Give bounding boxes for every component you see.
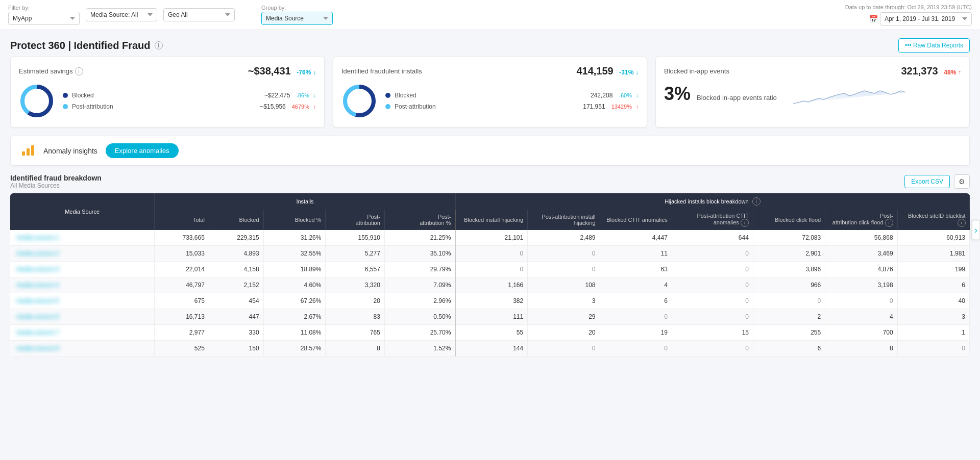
- data-cell: 3: [528, 293, 600, 309]
- data-cell: 21,101: [455, 230, 527, 246]
- data-cell: 0: [753, 293, 825, 309]
- data-cell: 32.55%: [263, 246, 326, 262]
- data-cell: 0: [672, 246, 753, 262]
- savings-info-icon[interactable]: i: [75, 67, 83, 75]
- data-cell: 31.26%: [263, 230, 326, 246]
- media-source-cell[interactable]: media-source-7: [10, 325, 155, 341]
- summary-cards: Estimated savings i ~$38,431 -76% ↓: [0, 57, 980, 136]
- date-range-select[interactable]: Apr 1, 2019 - Jul 31, 2019: [880, 12, 972, 25]
- data-cell: 29: [528, 309, 600, 325]
- group-by-select[interactable]: Media Source: [261, 12, 333, 25]
- table-row: media-source-215,0334,89332.55%5,27735.1…: [10, 246, 970, 262]
- data-cell: 2,901: [753, 246, 825, 262]
- data-cell: 382: [455, 293, 527, 309]
- media-source-cell[interactable]: media-source-4: [10, 277, 155, 293]
- data-cell: 72,083: [753, 230, 825, 246]
- sidebar-toggle[interactable]: ›: [972, 220, 980, 240]
- blocked-ratio-label: Blocked in-app events ratio: [697, 94, 777, 101]
- blocked-total: 321,373 48% ↑: [901, 65, 961, 77]
- col-postattr-ctit: Post-attribution CTIT anomalies i: [672, 210, 753, 230]
- col-media-source: Media Source: [10, 193, 155, 230]
- data-cell: 330: [209, 325, 263, 341]
- data-cell: 0: [825, 293, 897, 309]
- breakdown-titles: Identified fraud breakdown All Media Sou…: [10, 174, 102, 189]
- data-cell: 6,557: [326, 262, 384, 277]
- media-source-cell[interactable]: media-source-8: [10, 341, 155, 356]
- group-by-label: Group by:: [261, 5, 333, 11]
- fraud-total: 414,159 -31% ↓: [576, 65, 639, 77]
- sparkline-container: [793, 83, 961, 110]
- fraud-postattr-arrow-up: ↑: [636, 104, 639, 110]
- ctit-info-icon[interactable]: i: [741, 219, 749, 227]
- table-row: media-source-616,7134472.67%830.50%11129…: [10, 309, 970, 325]
- col-post-attribution: Post-attribution: [326, 210, 384, 230]
- data-cell: 4: [825, 309, 897, 325]
- data-cell: 18.89%: [263, 262, 326, 277]
- data-cell: 5,277: [326, 246, 384, 262]
- hijacked-info-icon[interactable]: i: [752, 197, 761, 206]
- media-source-cell[interactable]: media-source-6: [10, 309, 155, 325]
- table-row: media-source-567545467.26%202.96%3823600…: [10, 293, 970, 309]
- data-cell: 255: [753, 325, 825, 341]
- data-cell: 11: [600, 246, 672, 262]
- data-cell: 0.50%: [384, 309, 455, 325]
- data-cell: 55: [455, 325, 527, 341]
- data-up-to-date: Data up to date through: Oct 29, 2019 23…: [845, 4, 972, 10]
- data-cell: 0: [455, 246, 527, 262]
- breakdown-title: Identified fraud breakdown: [10, 174, 102, 182]
- data-cell: 4: [600, 277, 672, 293]
- data-cell: 22,014: [155, 262, 209, 277]
- col-group-hijacked: Hijacked installs block breakdown i: [455, 193, 969, 210]
- savings-postattr-row: Post-attribution ~$15,956 4679% ↑: [63, 103, 316, 110]
- data-cell: 2,977: [155, 325, 209, 341]
- cf-info-icon[interactable]: i: [885, 219, 893, 227]
- media-source-cell[interactable]: media-source-1: [10, 230, 155, 246]
- data-cell: 25.70%: [384, 325, 455, 341]
- media-source-cell[interactable]: media-source-5: [10, 293, 155, 309]
- data-cell: 3,896: [753, 262, 825, 277]
- table-row: media-source-1733,665229,31531.26%155,91…: [10, 230, 970, 246]
- explore-anomalies-button[interactable]: Explore anomalies: [106, 143, 179, 158]
- savings-title: Estimated savings i: [19, 67, 83, 75]
- data-cell: 40: [897, 293, 969, 309]
- postattr-arrow-up: ↑: [313, 104, 316, 110]
- data-cell: 733,665: [155, 230, 209, 246]
- filter-by-group: Filter by: MyApp: [8, 5, 80, 25]
- data-cell: 0: [528, 246, 600, 262]
- geo-select[interactable]: Geo All: [163, 8, 235, 21]
- svg-rect-6: [22, 151, 25, 156]
- raw-data-reports-button[interactable]: ••• Raw Data Reports: [898, 38, 970, 53]
- savings-blocked-row: Blocked ~$22,475 -86% ↓: [63, 92, 316, 99]
- page-title: Protect 360 | Identified Fraud i: [10, 40, 163, 52]
- app-select[interactable]: MyApp: [8, 12, 80, 25]
- col-blocked-pct: Blocked %: [263, 210, 326, 230]
- data-cell: 67.26%: [263, 293, 326, 309]
- siteid-info-icon[interactable]: i: [958, 219, 966, 227]
- card-header-blocked: Blocked in-app events 321,373 48% ↑: [664, 65, 961, 77]
- data-cell: 29.79%: [384, 262, 455, 277]
- data-cell: 108: [528, 277, 600, 293]
- identified-fraud-card: Identified fraudulent installs 414,159 -…: [333, 57, 647, 127]
- blocked-up-arrow: ↑: [958, 69, 961, 76]
- data-cell: 0: [528, 341, 600, 356]
- media-source-cell[interactable]: media-source-3: [10, 262, 155, 277]
- export-csv-button[interactable]: Export CSV: [904, 175, 950, 188]
- anomaly-text: Anomaly insights: [43, 147, 97, 155]
- data-cell: 0: [600, 309, 672, 325]
- col-postattr-install-hijacking: Post-attribution install hijacking: [528, 210, 600, 230]
- data-cell: 447: [209, 309, 263, 325]
- data-cell: 21.25%: [384, 230, 455, 246]
- data-cell: 15,033: [155, 246, 209, 262]
- filter-by-label: Filter by:: [8, 5, 80, 11]
- settings-button[interactable]: ⚙: [954, 174, 970, 189]
- data-cell: 3,320: [326, 277, 384, 293]
- calendar-icon: 📅: [869, 15, 878, 23]
- col-total: Total: [155, 210, 209, 230]
- blocked-inapp-card: Blocked in-app events 321,373 48% ↑ 3% B…: [655, 57, 970, 127]
- media-source-select[interactable]: Media Source: All: [86, 8, 157, 21]
- data-cell: 28.57%: [263, 341, 326, 356]
- media-source-cell[interactable]: media-source-2: [10, 246, 155, 262]
- fraud-blocked-arrow-down: ↓: [636, 93, 639, 98]
- page-info-icon[interactable]: i: [155, 41, 163, 49]
- data-cell: 0: [672, 309, 753, 325]
